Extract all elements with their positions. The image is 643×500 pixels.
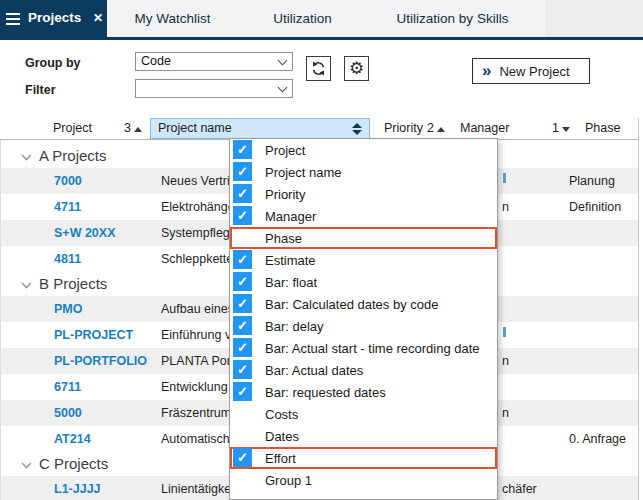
menu-item-label: Bar: requested dates — [265, 385, 386, 400]
menu-item-bar-float[interactable]: ✓Bar: float — [230, 271, 497, 293]
project-id-link[interactable]: 6711 — [54, 380, 81, 394]
menu-item-label: Project name — [265, 165, 342, 180]
clipped-bar-fragment — [503, 173, 506, 183]
project-id-link[interactable]: S+W 20XX — [54, 226, 116, 240]
menu-item-label: Bar: Actual dates — [265, 363, 363, 378]
menu-item-estimate[interactable]: ✓Estimate — [230, 249, 497, 271]
menu-item-label: Bar: float — [265, 275, 317, 290]
phase-cell: Planung — [569, 174, 615, 188]
menu-item-phase[interactable]: Phase — [230, 227, 497, 249]
new-project-label: New Project — [499, 64, 569, 79]
tab-projects-label: Projects — [28, 10, 81, 25]
tab-projects[interactable]: Projects ✕ — [0, 0, 107, 37]
close-tab-icon[interactable]: ✕ — [93, 11, 103, 25]
menu-item-bar-actual-dates[interactable]: ✓Bar: Actual dates — [230, 359, 497, 381]
column-header-phase[interactable]: Phase — [585, 121, 620, 135]
menu-item-label: Bar: delay — [265, 319, 324, 334]
settings-button[interactable]: ⚙ — [344, 56, 369, 81]
chevron-down-icon[interactable] — [21, 154, 32, 161]
refresh-icon — [310, 60, 327, 77]
chevron-down-icon — [278, 56, 288, 66]
app-window: Projects ✕ My Watchlist Utilization Util… — [0, 0, 643, 500]
manager-cell: n — [502, 200, 509, 214]
menu-item-bar-actual-start-time-recording-date[interactable]: ✓Bar: Actual start - time recording date — [230, 337, 497, 359]
project-name-cell: Systempflege — [161, 226, 237, 240]
column-header-project-name[interactable]: Project name — [150, 118, 370, 139]
menu-item-label: Phase — [265, 231, 302, 246]
menu-item-label: Manager — [265, 209, 316, 224]
sort-both-icon[interactable] — [352, 123, 362, 135]
menu-item-label: Project — [265, 143, 305, 158]
tab-my-watchlist[interactable]: My Watchlist — [120, 0, 225, 37]
checkbox-checked-icon[interactable]: ✓ — [233, 184, 252, 203]
manager-cell: n — [502, 406, 509, 420]
project-id-link[interactable]: AT214 — [54, 432, 91, 446]
menu-item-project-name[interactable]: ✓Project name — [230, 161, 497, 183]
menu-item-label: Dates — [265, 429, 299, 444]
project-id-link[interactable]: L1-JJJJ — [54, 482, 101, 496]
menu-item-label: Estimate — [265, 253, 316, 268]
refresh-button[interactable] — [306, 56, 331, 81]
project-id-link[interactable]: 5000 — [54, 406, 82, 420]
menu-item-label: Priority — [265, 187, 305, 202]
menu-item-costs[interactable]: Costs — [230, 403, 497, 425]
tab-utilization-by-skills[interactable]: Utilization by Skills — [385, 0, 520, 37]
phase-cell: 0. Anfrage — [569, 432, 626, 446]
tabbar-empty-area — [545, 0, 643, 37]
checkbox-checked-icon[interactable]: ✓ — [233, 250, 252, 269]
menu-item-label: Costs — [265, 407, 298, 422]
group-by-label: Group by — [25, 56, 81, 70]
checkbox-checked-icon[interactable]: ✓ — [233, 448, 252, 467]
menu-item-priority[interactable]: ✓Priority — [230, 183, 497, 205]
group-label: B Projects — [39, 275, 107, 292]
project-id-link[interactable]: 4811 — [54, 252, 81, 266]
menu-item-group-1[interactable]: Group 1 — [230, 469, 497, 491]
menu-item-bar-calculated-dates-by-code[interactable]: ✓Bar: Calculated dates by code — [230, 293, 497, 315]
checkbox-checked-icon[interactable]: ✓ — [233, 162, 252, 181]
project-id-link[interactable]: PL-PORTFOLIO — [54, 354, 147, 368]
menu-item-bar-requested-dates[interactable]: ✓Bar: requested dates — [230, 381, 497, 403]
chevron-down-icon[interactable] — [21, 282, 32, 289]
sort-asc-icon — [134, 127, 142, 132]
sort-indicator-priority: 2 — [427, 121, 445, 135]
hamburger-menu-icon[interactable] — [6, 13, 20, 28]
column-header-project[interactable]: Project — [53, 121, 92, 135]
tab-utilization[interactable]: Utilization — [260, 0, 345, 37]
checkbox-checked-icon[interactable]: ✓ — [233, 272, 252, 291]
checkbox-checked-icon[interactable]: ✓ — [233, 382, 252, 401]
sort-desc-icon — [562, 127, 570, 132]
project-id-link[interactable]: PMO — [54, 302, 82, 316]
chevron-down-icon[interactable] — [21, 462, 32, 469]
group-label: C Projects — [39, 455, 108, 472]
project-id-link[interactable]: 4711 — [54, 200, 81, 214]
column-picker-menu: ✓Project✓Project name✓Priority✓ManagerPh… — [229, 138, 498, 500]
checkbox-checked-icon[interactable]: ✓ — [233, 316, 252, 335]
filter-select[interactable] — [135, 79, 293, 98]
column-header-priority[interactable]: Priority — [384, 121, 423, 135]
project-id-link[interactable]: 7000 — [54, 174, 82, 188]
menu-item-effort[interactable]: ✓Effort — [230, 447, 497, 469]
chevron-down-icon — [278, 83, 288, 93]
checkbox-checked-icon[interactable]: ✓ — [233, 294, 252, 313]
tab-bar: Projects ✕ My Watchlist Utilization Util… — [0, 0, 643, 37]
group-by-value: Code — [141, 54, 171, 68]
group-by-select[interactable]: Code — [135, 52, 293, 71]
menu-item-bar-delay[interactable]: ✓Bar: delay — [230, 315, 497, 337]
menu-item-project[interactable]: ✓Project — [230, 139, 497, 161]
menu-item-label: Bar: Actual start - time recording date — [265, 341, 480, 356]
new-project-button[interactable]: » New Project — [472, 58, 590, 84]
checkbox-checked-icon[interactable]: ✓ — [233, 206, 252, 225]
table-header-row: Project 3 Project name Priority 2 Manage… — [0, 118, 638, 140]
filter-label: Filter — [25, 83, 56, 97]
group-label: A Projects — [39, 147, 107, 164]
manager-cell: chäfer — [502, 482, 537, 496]
project-id-link[interactable]: PL-PROJECT — [54, 328, 133, 342]
column-header-manager[interactable]: Manager — [460, 121, 509, 135]
menu-item-manager[interactable]: ✓Manager — [230, 205, 497, 227]
checkbox-checked-icon[interactable]: ✓ — [233, 140, 252, 159]
checkbox-checked-icon[interactable]: ✓ — [233, 338, 252, 357]
gear-icon: ⚙ — [349, 60, 364, 77]
checkbox-checked-icon[interactable]: ✓ — [233, 360, 252, 379]
menu-item-label: Bar: Calculated dates by code — [265, 297, 438, 312]
menu-item-dates[interactable]: Dates — [230, 425, 497, 447]
